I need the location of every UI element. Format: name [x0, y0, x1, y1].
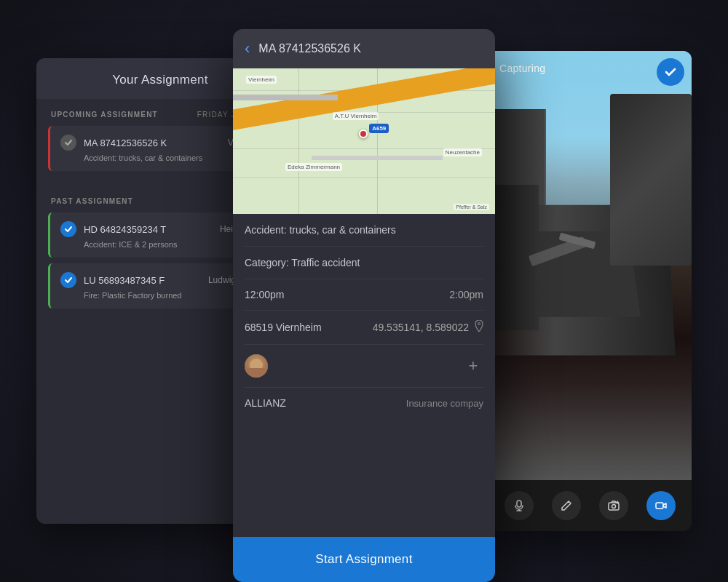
capturing-label: Capturing — [499, 63, 545, 74]
map-label-1: Viernheim — [246, 76, 277, 84]
category-text: Category: Traffic accident — [245, 257, 360, 268]
location-row: 68519 Viernheim 49.535141, 8.589022 — [245, 311, 483, 345]
assignee-row: + — [245, 345, 483, 388]
photo-area: Capturing — [488, 51, 692, 480]
check-icon-past-1 — [64, 225, 73, 234]
mic-icon — [513, 500, 525, 511]
insurance-label-text: Insurance compay — [406, 398, 483, 409]
avatar-face — [245, 354, 268, 378]
check-circle-upcoming — [60, 135, 76, 151]
past-item-1-id: HD 64824359234 T — [84, 224, 220, 235]
accident-desc-row: Accident: trucks, car & containers — [245, 214, 483, 247]
check-circle-past-2 — [60, 272, 76, 288]
map-grid-line — [233, 178, 495, 178]
check-icon — [64, 138, 73, 147]
time-end-text: 2:00pm — [449, 289, 483, 300]
photo-background — [488, 51, 692, 480]
map-pin — [359, 129, 371, 141]
svg-point-4 — [612, 505, 615, 509]
coordinates-group: 49.535141, 8.589022 — [373, 320, 483, 335]
svg-rect-0 — [517, 501, 521, 507]
autobahn-label: A659 — [369, 124, 389, 133]
map-secondary-road-2 — [312, 156, 443, 160]
upcoming-item-id: MA 87412536526 K — [84, 137, 228, 148]
add-assignee-button[interactable]: + — [463, 356, 483, 376]
center-header: ‹ MA 87412536526 K — [233, 29, 495, 68]
video-icon — [655, 500, 667, 511]
map-secondary-road-1 — [233, 95, 338, 100]
upcoming-item-desc: Accident: trucks, car & containers — [60, 154, 262, 162]
start-assignment-button[interactable]: Start Assignment — [233, 537, 495, 582]
toolbar — [488, 480, 692, 531]
mic-button[interactable] — [505, 491, 534, 520]
done-button[interactable] — [657, 58, 684, 86]
map-label-2: Neuzentache — [443, 148, 482, 156]
location-pin-icon — [475, 320, 483, 335]
insurance-row: ALLIANZ Insurance compay — [245, 388, 483, 418]
camera-add-button[interactable] — [599, 491, 628, 520]
past-item-2-desc: Fire: Plastic Factory burned — [60, 291, 262, 300]
detail-section: Accident: trucks, car & containers Categ… — [233, 214, 495, 418]
camera-plus-icon — [608, 500, 620, 511]
category-row: Category: Traffic accident — [245, 247, 483, 279]
map-background: Viernheim Neuzentache Edeka Zimmermann A… — [233, 68, 495, 214]
insurance-name-text: ALLIANZ — [245, 397, 286, 409]
accident-desc-text: Accident: trucks, car & containers — [245, 224, 396, 236]
svg-point-8 — [478, 323, 480, 325]
map-scale: Pfeffer & Salz — [454, 204, 489, 210]
check-icon-past-2 — [64, 276, 73, 284]
postal-city-text: 68519 Viernheim — [245, 322, 322, 333]
right-screen: Capturing — [488, 51, 692, 531]
check-circle-past-1 — [60, 221, 76, 237]
center-screen: ‹ MA 87412536526 K Viernheim Neuzentac — [233, 29, 495, 582]
map-label-3: Edeka Zimmermann — [285, 163, 342, 171]
past-item-1-desc: Accident: ICE & 2 persons — [60, 240, 262, 249]
map-road-vertical — [298, 68, 299, 214]
map-area[interactable]: Viernheim Neuzentache Edeka Zimmermann A… — [233, 68, 495, 214]
checkmark-icon — [664, 65, 677, 79]
center-title: MA 87412536526 K — [258, 42, 361, 55]
time-start-text: 12:00pm — [245, 289, 284, 300]
video-button[interactable] — [646, 491, 676, 520]
time-row: 12:00pm 2:00pm — [245, 279, 483, 311]
start-btn-container: Start Assignment — [233, 537, 495, 582]
past-item-2-id: LU 56893487345 F — [84, 275, 208, 286]
svg-rect-7 — [656, 503, 663, 509]
pen-button[interactable] — [552, 491, 581, 520]
avatar — [245, 354, 268, 378]
coordinates-text: 49.535141, 8.589022 — [373, 322, 469, 333]
back-button[interactable]: ‹ — [245, 39, 250, 58]
map-label-4: A.T.U Viernheim — [333, 112, 379, 120]
pen-icon — [561, 500, 572, 511]
